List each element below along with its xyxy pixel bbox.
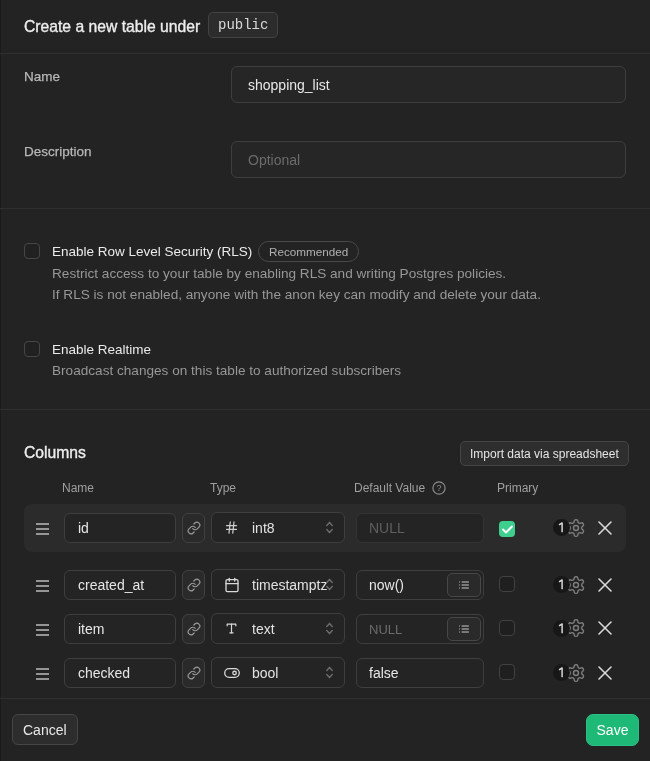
svg-text:?: ?	[436, 483, 441, 493]
